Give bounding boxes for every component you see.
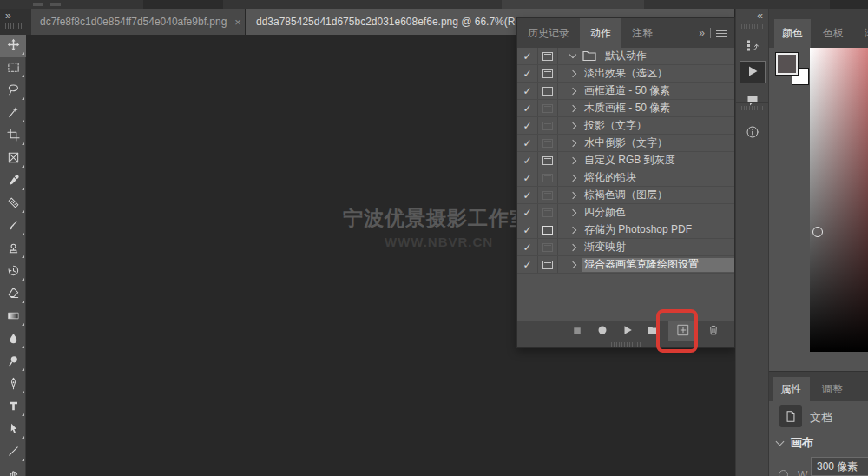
action-dialog-toggle[interactable]	[538, 135, 558, 151]
action-dialog-toggle[interactable]	[538, 48, 558, 64]
dock-info[interactable]	[740, 122, 766, 144]
color-tab-color[interactable]: 颜色	[774, 19, 811, 48]
props-tab-properties[interactable]: 属性	[773, 377, 810, 401]
play-button[interactable]	[618, 322, 637, 341]
dock-actions[interactable]	[740, 61, 766, 83]
panel-tab-history[interactable]: 历史记录	[517, 18, 580, 48]
props-tab-adjustments[interactable]: 调整	[812, 377, 852, 401]
action-row[interactable]: 自定义 RGB 到灰度	[517, 152, 734, 169]
color-picker-field[interactable]	[810, 48, 868, 352]
tool-rectangular-marquee[interactable]	[0, 57, 26, 80]
action-dialog-toggle[interactable]	[538, 256, 558, 273]
expand-arrow-icon[interactable]	[569, 226, 576, 233]
tool-history-brush[interactable]	[0, 261, 26, 283]
action-enabled-checkbox[interactable]	[517, 256, 538, 273]
action-dialog-toggle[interactable]	[538, 100, 558, 116]
expand-arrow-icon[interactable]	[569, 139, 576, 146]
close-icon[interactable]: ×	[234, 16, 241, 29]
tool-gradient[interactable]	[0, 306, 26, 328]
action-enabled-checkbox[interactable]	[517, 48, 538, 64]
record-button[interactable]	[593, 322, 612, 341]
action-row[interactable]: 渐变映射	[517, 239, 734, 256]
tool-eyedropper[interactable]	[0, 170, 26, 193]
tool-frame[interactable]	[0, 148, 26, 170]
tool-lasso[interactable]	[0, 80, 26, 102]
action-enabled-checkbox[interactable]	[517, 135, 538, 151]
action-enabled-checkbox[interactable]	[517, 65, 538, 82]
collapse-dock-icon[interactable]: «	[757, 10, 762, 22]
action-enabled-checkbox[interactable]	[517, 239, 538, 255]
action-row[interactable]: 四分颜色	[517, 204, 734, 221]
action-row[interactable]: 存储为 Photoshop PDF	[517, 221, 734, 239]
dock-history[interactable]	[740, 35, 766, 57]
tool-magic-wand[interactable]	[0, 102, 26, 125]
panel-menu-icon[interactable]	[716, 30, 727, 37]
delete-button[interactable]	[704, 322, 723, 341]
toolbar-grip[interactable]	[3, 23, 22, 29]
action-enabled-checkbox[interactable]	[517, 83, 538, 99]
panel-tab-actions[interactable]: 动作	[580, 18, 621, 48]
action-dialog-toggle[interactable]	[538, 221, 558, 238]
panel-resize-grip[interactable]	[611, 342, 641, 347]
action-enabled-checkbox[interactable]	[517, 169, 538, 186]
panel-tab-notes[interactable]: 注释	[621, 18, 663, 48]
expand-arrow-icon[interactable]	[569, 208, 576, 215]
action-row[interactable]: 棕褐色调（图层）	[517, 187, 734, 204]
color-picker-marker[interactable]	[812, 227, 823, 237]
dock-grip[interactable]	[741, 24, 764, 29]
action-dialog-toggle[interactable]	[538, 117, 558, 134]
tool-crop[interactable]	[0, 125, 26, 148]
action-row[interactable]: 淡出效果（选区）	[517, 65, 734, 83]
tool-clone-stamp[interactable]	[0, 238, 26, 261]
action-enabled-checkbox[interactable]	[517, 221, 538, 238]
link-dimensions-icon[interactable]	[779, 470, 788, 476]
expand-arrow-icon[interactable]	[569, 104, 576, 111]
tool-hand[interactable]	[0, 464, 26, 476]
action-dialog-toggle[interactable]	[538, 169, 558, 186]
collapse-panel-icon[interactable]: »	[699, 27, 705, 39]
color-tab-swatches[interactable]: 色板	[814, 19, 852, 48]
expand-arrow-icon[interactable]	[569, 191, 576, 198]
tool-dodge[interactable]	[0, 351, 26, 374]
action-enabled-checkbox[interactable]	[517, 187, 538, 203]
action-row[interactable]: 混合器画笔克隆绘图设置	[517, 256, 734, 274]
expand-arrow-icon[interactable]	[569, 122, 576, 129]
expand-arrow-icon[interactable]	[569, 174, 576, 181]
action-row[interactable]: 投影（文字）	[517, 117, 734, 135]
document-properties-button[interactable]	[779, 405, 802, 427]
action-dialog-toggle[interactable]	[538, 204, 558, 221]
action-enabled-checkbox[interactable]	[517, 204, 538, 221]
expand-arrow-icon[interactable]	[569, 51, 576, 58]
tool-healing-brush[interactable]	[0, 193, 26, 215]
document-tab-1[interactable]: dc7fe8f8c1d0e854ff7d54e040afe9bf.png ×	[31, 9, 246, 35]
toolbar-expand-icon[interactable]: »	[5, 10, 10, 22]
action-row[interactable]: 水中倒影（文字）	[517, 135, 734, 152]
action-enabled-checkbox[interactable]	[517, 117, 538, 134]
action-row[interactable]: 画框通道 - 50 像素	[517, 83, 734, 100]
action-row[interactable]: 木质画框 - 50 像素	[517, 100, 734, 117]
dock-grip[interactable]	[741, 106, 764, 110]
expand-arrow-icon[interactable]	[569, 243, 576, 250]
tool-path-selection[interactable]	[0, 419, 26, 441]
section-collapse-icon[interactable]	[776, 438, 785, 446]
action-dialog-toggle[interactable]	[538, 152, 558, 169]
action-dialog-toggle[interactable]	[538, 187, 558, 203]
tool-move[interactable]	[0, 35, 26, 57]
action-enabled-checkbox[interactable]	[517, 100, 538, 116]
stop-button[interactable]	[568, 322, 587, 341]
tool-blur[interactable]	[0, 328, 26, 351]
action-dialog-toggle[interactable]	[538, 65, 558, 82]
expand-arrow-icon[interactable]	[569, 156, 576, 163]
tool-eraser[interactable]	[0, 283, 26, 306]
action-row[interactable]: 熔化的铅块	[517, 169, 734, 187]
action-dialog-toggle[interactable]	[538, 83, 558, 99]
expand-arrow-icon[interactable]	[569, 69, 576, 76]
width-input[interactable]: 300 像素	[811, 457, 868, 476]
foreground-color-swatch[interactable]	[775, 52, 799, 76]
expand-arrow-icon[interactable]	[569, 261, 576, 268]
tool-pen[interactable]	[0, 374, 26, 396]
tool-line[interactable]	[0, 441, 26, 464]
color-tab-gradients[interactable]: 渐变	[856, 19, 868, 48]
tool-type[interactable]	[0, 396, 26, 419]
action-dialog-toggle[interactable]	[538, 239, 558, 255]
